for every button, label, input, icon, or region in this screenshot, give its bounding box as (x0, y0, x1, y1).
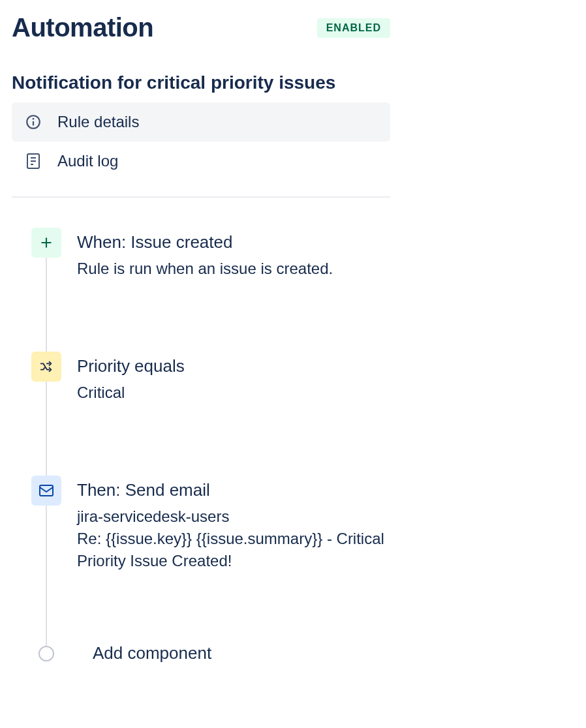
step-desc: jira-servicedesk-users Re: {{issue.key}}… (77, 506, 390, 571)
add-component-label: Add component (93, 643, 211, 663)
step-title: Priority equals (77, 354, 185, 378)
rule-name: Notification for critical priority issue… (12, 72, 574, 93)
svg-rect-9 (40, 485, 53, 496)
info-icon (25, 114, 42, 130)
status-badge: ENABLED (317, 18, 390, 38)
step-desc: Rule is run when an issue is created. (77, 258, 333, 280)
circle-icon (39, 646, 54, 661)
panel-item-label: Audit log (57, 152, 118, 170)
page-title: Automation (12, 13, 304, 42)
step-desc: Critical (77, 382, 185, 404)
flow-step-condition[interactable]: Priority equals Critical (31, 352, 390, 404)
shuffle-icon (31, 352, 61, 382)
mail-icon (31, 476, 61, 506)
panel-item-rule-details[interactable]: Rule details (12, 102, 390, 142)
log-icon (25, 153, 42, 170)
plus-icon (31, 228, 61, 258)
step-title: When: Issue created (77, 230, 333, 254)
flow-step-trigger[interactable]: When: Issue created Rule is run when an … (31, 228, 390, 280)
divider (12, 196, 390, 198)
svg-point-2 (33, 118, 35, 120)
step-title: Then: Send email (77, 478, 390, 502)
add-component-button[interactable]: Add component (31, 643, 390, 663)
panel-item-label: Rule details (57, 113, 139, 131)
flow-connector-line (46, 254, 47, 653)
flow-step-action[interactable]: Then: Send email jira-servicedesk-users … (31, 476, 390, 571)
panel-item-audit-log[interactable]: Audit log (12, 142, 390, 181)
